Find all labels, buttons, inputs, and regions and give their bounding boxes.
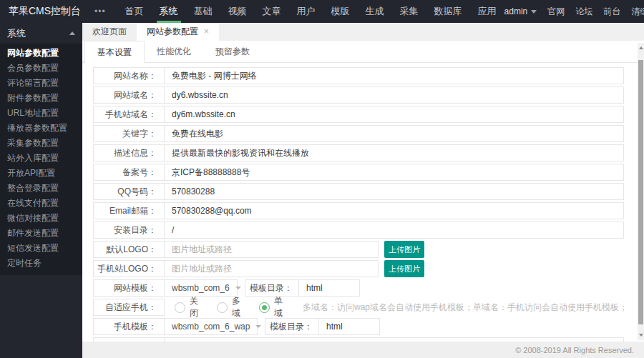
- top-nav-item-1[interactable]: 系统: [152, 0, 186, 23]
- select-mobile-template[interactable]: wbsmb_com_6_wap: [164, 318, 258, 335]
- sidebar-item-12[interactable]: 邮件发送配置: [0, 226, 82, 241]
- form-row-default-logo: 默认LOGO：图片地址或路径上传图片: [93, 241, 624, 258]
- input-description[interactable]: 提供最新最快的影视资讯和在线播放: [164, 144, 624, 161]
- upload-button-mobile-logo[interactable]: 上传图片: [384, 260, 424, 277]
- top-link-2[interactable]: 前台: [603, 6, 620, 18]
- upload-button-default-logo[interactable]: 上传图片: [384, 241, 424, 258]
- top-nav-item-8[interactable]: 采集: [392, 0, 426, 23]
- form-row-adaptive-mobile: 自适应手机：关闭多域单域多域名：访问wap域名会自动使用手机模板；单域名：手机访…: [93, 299, 624, 316]
- input-site-domain[interactable]: dy6.wbssite.cn: [164, 86, 624, 104]
- form-row-install-dir: 安装目录：/: [93, 222, 624, 239]
- sidebar-item-9[interactable]: 整合登录配置: [0, 181, 82, 196]
- sidebar-item-1[interactable]: 会员参数配置: [0, 61, 82, 76]
- field-label-mobile-domain: 手机站域名：: [93, 106, 165, 123]
- scrollbar-thumb[interactable]: [638, 60, 643, 324]
- radio-label: 多域: [232, 295, 240, 319]
- form-row-site-template: 网站模板：wbsmb_com_6模板目录：html: [93, 279, 624, 297]
- sidebar-item-11[interactable]: 微信对接配置: [0, 211, 82, 226]
- subtab-1[interactable]: 性能优化: [145, 41, 203, 62]
- top-link-3[interactable]: 清缓存: [631, 6, 644, 18]
- radio-label: 单域: [274, 295, 283, 319]
- tab-0[interactable]: 欢迎页面: [82, 23, 137, 41]
- subtab-2[interactable]: 预留参数: [203, 41, 262, 62]
- select-value: wbsmb_com_6_wap: [172, 322, 250, 332]
- input2-mobile-template[interactable]: html: [318, 318, 380, 335]
- sidebar-item-4[interactable]: URL地址配置: [0, 106, 82, 121]
- input-mobile-logo[interactable]: 图片地址或路径: [164, 260, 379, 277]
- input2-site-template[interactable]: html: [298, 279, 360, 297]
- sidebar-item-3[interactable]: 附件参数配置: [0, 91, 82, 106]
- input-site-name[interactable]: 免费电影 - 网博士网络: [164, 67, 624, 84]
- top-nav-item-2[interactable]: 基础: [186, 0, 220, 23]
- input-qq[interactable]: 570830288: [164, 183, 624, 200]
- input-icp[interactable]: 京ICP备88888888号: [164, 164, 624, 181]
- radio-hint-adaptive-mobile: 多域名：访问wap域名会自动使用手机模板；单域名：手机访问会自动使用手机模板；: [303, 302, 628, 314]
- top-link-0[interactable]: 官网: [547, 6, 565, 18]
- user-menu[interactable]: admin: [504, 6, 537, 16]
- top-header: 苹果CMS控制台 ••• 首页系统基础视频文章用户模版生成采集数据库应用 adm…: [0, 0, 644, 23]
- sidebar-item-7[interactable]: 站外入库配置: [0, 151, 82, 166]
- top-nav-item-9[interactable]: 数据库: [426, 0, 470, 23]
- sidebar-item-8[interactable]: 开放API配置: [0, 166, 82, 181]
- top-right-area: admin 官网论坛前台清缓存: [504, 6, 644, 18]
- field-label2-mobile-template: 模板目录：: [265, 318, 319, 335]
- top-nav-item-4[interactable]: 文章: [255, 0, 289, 23]
- scroll-up-icon[interactable]: [638, 44, 644, 51]
- chevron-down-icon: [255, 325, 261, 328]
- sidebar-group-system[interactable]: 系统: [0, 23, 82, 44]
- copyright-text: © 2008-2019 All Rights Reserved.: [515, 346, 634, 354]
- scrollbar[interactable]: [638, 43, 644, 340]
- select-site-template[interactable]: wbsmb_com_6: [164, 279, 238, 297]
- tab-1[interactable]: 网站参数配置×: [137, 23, 219, 41]
- app-logo: 苹果CMS控制台: [0, 5, 94, 18]
- settings-form: 网站名称：免费电影 - 网博士网络网站域名：dy6.wbssite.cn手机站域…: [82, 63, 644, 342]
- input-keywords[interactable]: 免费在线电影: [164, 125, 624, 142]
- sidebar-item-13[interactable]: 短信发送配置: [0, 241, 82, 256]
- app-root: 苹果CMS控制台 ••• 首页系统基础视频文章用户模版生成采集数据库应用 adm…: [0, 0, 644, 358]
- chevron-down-icon: [235, 287, 241, 289]
- scroll-down-icon[interactable]: [638, 332, 644, 339]
- field-label-default-logo: 默认LOGO：: [93, 241, 165, 258]
- sidebar-item-2[interactable]: 评论留言配置: [0, 76, 82, 91]
- close-icon[interactable]: ×: [204, 23, 209, 41]
- top-nav: 首页系统基础视频文章用户模版生成采集数据库应用: [117, 0, 504, 23]
- subtab-0[interactable]: 基本设置: [84, 41, 145, 63]
- subtab-bar: 基本设置性能优化预留参数: [82, 41, 644, 63]
- top-nav-item-5[interactable]: 用户: [289, 0, 323, 23]
- tab-strip: 欢迎页面网站参数配置×: [82, 23, 644, 41]
- radio-adaptive-mobile-1[interactable]: 多域: [217, 295, 240, 319]
- top-nav-item-3[interactable]: 视频: [220, 0, 255, 23]
- tab-label: 网站参数配置: [147, 23, 198, 41]
- content-card: 基本设置性能优化预留参数 网站名称：免费电影 - 网博士网络网站域名：dy6.w…: [82, 41, 644, 342]
- radio-group-adaptive-mobile: 关闭多域单域: [175, 299, 283, 316]
- sidebar-item-14[interactable]: 定时任务: [0, 256, 82, 271]
- form-row-site-name: 网站名称：免费电影 - 网博士网络: [93, 67, 624, 84]
- radio-adaptive-mobile-2[interactable]: 单域: [259, 295, 283, 319]
- form-row-description: 描述信息：提供最新最快的影视资讯和在线播放: [93, 144, 624, 161]
- input-install-dir[interactable]: /: [164, 222, 624, 239]
- field-label-site-domain: 网站域名：: [93, 86, 165, 104]
- sidebar-item-5[interactable]: 播放器参数配置: [0, 121, 82, 136]
- input-email[interactable]: 570830288@qq.com: [164, 202, 624, 219]
- chevron-up-icon: [69, 31, 75, 35]
- footer: © 2008-2019 All Rights Reserved.: [82, 342, 644, 358]
- top-link-1[interactable]: 论坛: [575, 6, 592, 18]
- more-menu-icon[interactable]: •••: [94, 6, 106, 16]
- form-row-site-domain: 网站域名：dy6.wbssite.cn: [93, 86, 624, 104]
- field-label-adaptive-mobile: 自适应手机：: [93, 299, 165, 316]
- field-label-install-dir: 安装目录：: [93, 222, 165, 239]
- top-nav-item-7[interactable]: 生成: [358, 0, 392, 23]
- field-label-site-name: 网站名称：: [93, 67, 165, 84]
- top-nav-item-6[interactable]: 模版: [323, 0, 358, 23]
- input-mobile-domain[interactable]: dy6m.wbssite.cn: [164, 106, 624, 123]
- input-default-logo[interactable]: 图片地址或路径: [164, 241, 379, 258]
- radio-adaptive-mobile-0[interactable]: 关闭: [175, 295, 198, 319]
- top-nav-item-0[interactable]: 首页: [117, 0, 152, 23]
- radio-label: 关闭: [190, 295, 198, 319]
- form-row-email: Email邮箱：570830288@qq.com: [93, 202, 624, 219]
- sidebar-item-10[interactable]: 在线支付配置: [0, 196, 82, 211]
- form-row-mobile-domain: 手机站域名：dy6m.wbssite.cn: [93, 106, 624, 123]
- sidebar-item-0[interactable]: 网站参数配置: [0, 46, 82, 61]
- top-nav-item-10[interactable]: 应用: [470, 0, 504, 23]
- sidebar-item-6[interactable]: 采集参数配置: [0, 136, 82, 151]
